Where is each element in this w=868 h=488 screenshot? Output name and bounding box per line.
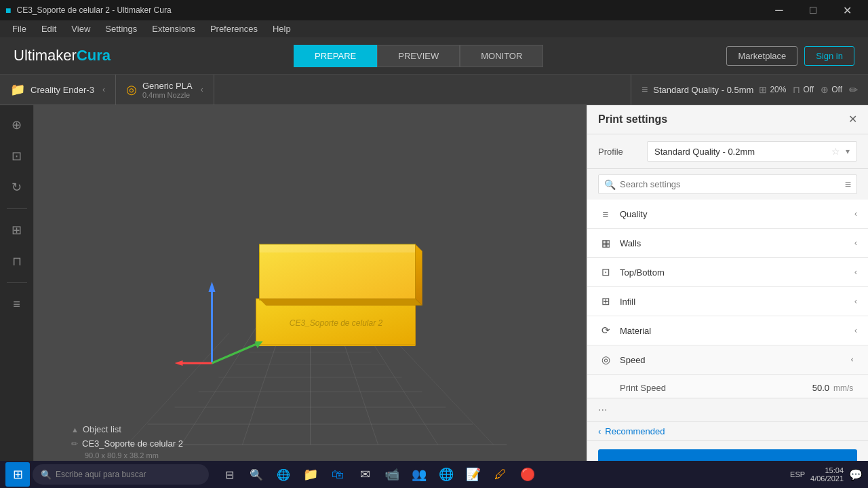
object-list-header: ▲ Object list	[71, 424, 201, 434]
menu-file[interactable]: File	[5, 22, 33, 35]
title-bar-controls: ─ □ ✕	[764, 0, 863, 20]
title-bar: ■ CE3_Soporte de celular 2 - Ultimaker C…	[0, 0, 868, 20]
section-speed[interactable]: ◎ Speed ⌄	[587, 345, 868, 375]
filter-icon[interactable]: ≡	[845, 179, 851, 191]
search-input[interactable]	[620, 175, 845, 193]
left-sidebar: ⊕ ⊡ ↻ ⊞ ⊓ ≡	[0, 105, 34, 488]
maximize-button[interactable]: □	[797, 0, 829, 20]
infill-section-label: Infill	[620, 297, 854, 307]
section-topbottom[interactable]: ⊡ Top/Bottom ‹	[587, 258, 868, 287]
menu-view[interactable]: View	[64, 22, 97, 35]
taskbar-app-chrome[interactable]: 🌐	[434, 462, 458, 487]
quality-section-icon: ≡	[598, 206, 613, 221]
section-walls[interactable]: ▦ Walls ‹	[587, 229, 868, 258]
infill-value: 20%	[770, 85, 786, 94]
object-item: ✏ CE3_Soporte de celular 2	[71, 438, 201, 449]
pencil-icon[interactable]: ✏	[71, 439, 78, 449]
recommended-row: ‹ Recommended	[587, 421, 868, 440]
object-dimensions: 90.0 x 80.9 x 38.2 mm	[85, 451, 201, 459]
svg-marker-26	[260, 299, 422, 305]
minimize-button[interactable]: ─	[764, 0, 795, 20]
taskbar-app-store[interactable]: 🛍	[326, 462, 350, 487]
walls-section-label: Walls	[620, 238, 854, 248]
tool-permodel[interactable]: ≡	[4, 291, 30, 317]
tool-scale[interactable]: ⊡	[4, 143, 30, 169]
menu-edit[interactable]: Edit	[35, 22, 63, 35]
nav-prepare[interactable]: PREPARE	[294, 45, 377, 67]
print-speed-row: Print Speed 50.0 mm/s	[598, 380, 857, 396]
print-speed-value: 50.0	[812, 383, 829, 393]
tool-rotate[interactable]: ↻	[4, 174, 30, 200]
quality-chevron-icon: ‹	[854, 209, 857, 219]
taskbar-app-teams[interactable]: 👥	[407, 462, 431, 487]
settings-controls: ⊞ 20% ⊓ Off ⊕ Off ✏	[759, 83, 858, 96]
material-icon: ◎	[126, 82, 137, 97]
tool-mirror[interactable]: ⊞	[4, 217, 30, 243]
printer-selector[interactable]: 📁 Creality Ender-3 ‹	[0, 75, 116, 105]
taskbar-date-value: 4/06/2021	[810, 474, 844, 483]
more-dots: ···	[598, 404, 857, 416]
taskbar-search-icon: 🔍	[41, 470, 52, 480]
tool-support[interactable]: ⊓	[4, 248, 30, 274]
menu-settings[interactable]: Settings	[98, 22, 144, 35]
taskbar-time-value: 15:04	[825, 466, 844, 474]
close-button[interactable]: ✕	[831, 0, 863, 20]
tool-separator-2	[7, 282, 27, 283]
material-selector[interactable]: ◎ Generic PLA 0.4mm Nozzle ‹	[116, 75, 214, 105]
speed-expanded: Print Speed 50.0 mm/s	[587, 375, 868, 398]
printer-name: Creality Ender-3	[31, 85, 94, 95]
toolbar-right: Marketplace Sign in	[726, 46, 854, 66]
panel-close-button[interactable]: ✕	[848, 114, 857, 125]
logo-ultimaker: Ultimaker	[14, 47, 77, 64]
taskbar-app-explorer[interactable]: 📁	[298, 462, 323, 487]
taskbar-app-orange[interactable]: 🖊	[488, 462, 513, 487]
folder-icon: 📁	[10, 82, 25, 97]
section-material[interactable]: ⟳ Material ‹	[587, 316, 868, 345]
nav-buttons: PREPARE PREVIEW MONITOR	[294, 45, 543, 67]
profile-selector[interactable]: Standard Quality - 0.2mm ☆ ▾	[647, 141, 857, 162]
viewport[interactable]: CE3_Soporte de celular 2 ▲ Obj	[34, 105, 587, 488]
material-section-label: Material	[620, 326, 854, 336]
signin-button[interactable]: Sign in	[804, 46, 854, 66]
print-speed-unit: mm/s	[833, 383, 857, 393]
taskbar-app-video[interactable]: 📹	[380, 462, 404, 487]
nav-preview[interactable]: PREVIEW	[377, 45, 460, 67]
collapse-icon[interactable]: ▲	[71, 426, 79, 434]
section-quality[interactable]: ≡ Quality ‹	[587, 200, 868, 229]
menu-preferences[interactable]: Preferences	[203, 22, 264, 35]
taskbar-app-word[interactable]: 📝	[461, 462, 486, 487]
tool-move[interactable]: ⊕	[4, 112, 30, 138]
search-icon: 🔍	[604, 179, 616, 190]
window-title: CE3_Soporte de celular 2 - Ultimaker Cur…	[16, 5, 171, 15]
quality-icon: ≡	[642, 83, 648, 96]
recommended-button[interactable]: ‹ Recommended	[598, 426, 665, 436]
nav-monitor[interactable]: MONITOR	[460, 45, 543, 67]
section-infill[interactable]: ⊞ Infill ‹	[587, 287, 868, 316]
material-info: Generic PLA 0.4mm Nozzle	[142, 81, 193, 99]
profile-label: Profile	[598, 147, 639, 157]
marketplace-button[interactable]: Marketplace	[726, 46, 797, 66]
infill-chevron-icon: ‹	[854, 297, 857, 306]
taskbar-app-mail[interactable]: ✉	[353, 462, 377, 487]
title-bar-left: ■ CE3_Soporte de celular 2 - Ultimaker C…	[5, 5, 172, 16]
taskbar-language: ESP	[790, 470, 805, 478]
profile-chevron-icon: ▾	[846, 147, 850, 156]
profile-row: Profile Standard Quality - 0.2mm ☆ ▾	[587, 134, 868, 169]
start-button[interactable]: ⊞	[5, 462, 30, 487]
menu-extensions[interactable]: Extensions	[145, 22, 202, 35]
notification-icon[interactable]: 💬	[849, 468, 863, 481]
taskbar-search[interactable]: 🔍 Escribe aquí para buscar	[33, 464, 209, 485]
speed-section-label: Speed	[620, 355, 850, 365]
taskbar-app-taskview[interactable]: ⊟	[217, 462, 241, 487]
taskbar-app-red[interactable]: 🔴	[515, 462, 540, 487]
adhesion-icon: ⊕	[821, 84, 829, 95]
menu-help[interactable]: Help	[266, 22, 298, 35]
taskbar-app-search[interactable]: 🔍	[244, 462, 269, 487]
taskbar-app-edge[interactable]: 🌐	[271, 462, 296, 487]
svg-rect-24	[260, 244, 416, 252]
topbottom-section-label: Top/Bottom	[620, 267, 854, 278]
recommended-chevron-icon: ‹	[598, 426, 601, 436]
windows-icon: ⊞	[13, 467, 23, 482]
edit-settings-icon[interactable]: ✏	[849, 83, 858, 96]
quality-settings: ≡ Standard Quality - 0.5mm ⊞ 20% ⊓ Off ⊕…	[631, 75, 868, 105]
